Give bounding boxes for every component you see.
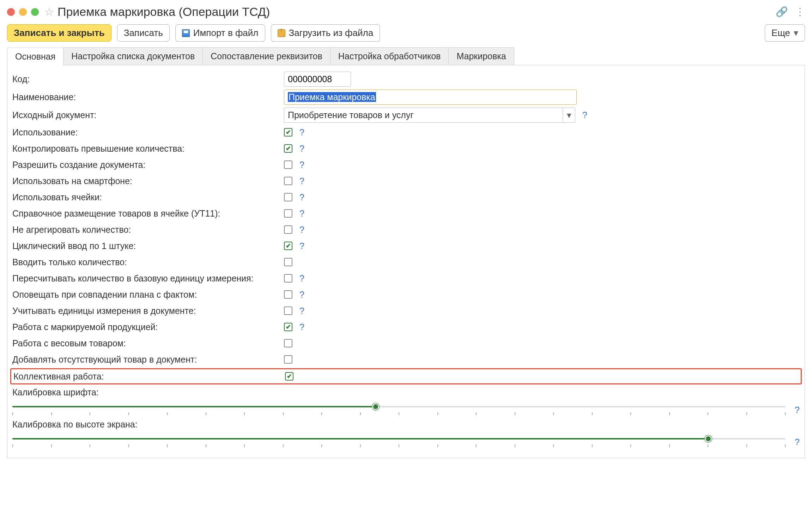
close-window-icon[interactable]: [7, 8, 15, 16]
check-label: Справочное размещение товаров в ячейке (…: [12, 208, 284, 219]
tab-2[interactable]: Сопоставление реквизитов: [202, 47, 331, 65]
toolbar: Записать и закрыть Записать Импорт в фай…: [7, 24, 805, 47]
help-icon[interactable]: ?: [299, 241, 304, 251]
more-label: Еще: [771, 28, 790, 38]
slider-thumb[interactable]: [705, 435, 712, 442]
check-row-15: Коллективная работа:: [10, 368, 802, 384]
load-from-file-label: Загрузить из файла: [289, 28, 374, 38]
minimize-window-icon[interactable]: [19, 8, 27, 16]
checkbox[interactable]: [284, 355, 292, 364]
checkbox[interactable]: [284, 144, 292, 153]
check-row-9: Пересчитывать количество в базовую едини…: [12, 270, 800, 286]
check-row-2: Разрешить создание документа:?: [12, 157, 800, 173]
export-to-file-label: Импорт в файл: [193, 28, 259, 38]
save-button[interactable]: Записать: [117, 24, 170, 42]
source-doc-select[interactable]: Приобретение товаров и услуг ▾: [284, 108, 575, 123]
help-icon[interactable]: ?: [582, 110, 587, 120]
source-doc-label: Исходный документ:: [12, 110, 284, 120]
code-input[interactable]: [284, 72, 351, 87]
checkbox[interactable]: [284, 177, 292, 185]
name-input-selection: Приемка маркировка: [288, 92, 376, 102]
checkbox[interactable]: [285, 372, 293, 381]
help-icon[interactable]: ?: [299, 273, 304, 284]
help-icon[interactable]: ?: [299, 322, 304, 332]
load-from-file-button[interactable]: Загрузить из файла: [271, 24, 380, 42]
tab-4[interactable]: Маркировка: [448, 47, 514, 65]
name-label: Наименование:: [12, 92, 284, 102]
more-button[interactable]: Еще ▾: [765, 24, 805, 42]
check-row-4: Использовать ячейки:?: [12, 189, 800, 205]
tab-1[interactable]: Настройка списка документов: [63, 47, 203, 65]
check-row-11: Учитывать единицы измерения в документе:…: [12, 303, 800, 319]
check-label: Работа с весовым товаром:: [12, 338, 284, 348]
export-to-file-button[interactable]: Импорт в файл: [175, 24, 265, 42]
checkbox[interactable]: [284, 128, 292, 136]
help-icon[interactable]: ?: [299, 208, 304, 219]
help-icon[interactable]: ?: [299, 225, 304, 235]
checkbox[interactable]: [284, 258, 292, 266]
help-icon[interactable]: ?: [299, 127, 304, 138]
checkbox[interactable]: [284, 225, 292, 234]
source-doc-value: Приобретение товаров и услуг: [284, 108, 563, 123]
checkbox[interactable]: [284, 274, 292, 283]
checkbox[interactable]: [284, 323, 292, 331]
check-row-7: Циклический ввод по 1 штуке:?: [12, 238, 800, 254]
check-row-0: Использование:?: [12, 124, 800, 140]
checkbox[interactable]: [284, 160, 292, 169]
checkbox[interactable]: [284, 193, 292, 201]
check-row-14: Добавлять отсутствующий товар в документ…: [12, 351, 800, 368]
window-header: ☆ Приемка маркировка (Операции ТСД) 🔗 ⋮: [7, 4, 805, 24]
checkbox[interactable]: [284, 290, 292, 299]
slider-fill: [12, 406, 376, 407]
checkbox[interactable]: [284, 209, 292, 218]
slider-ticks: [12, 412, 786, 415]
check-label: Использование:: [12, 127, 284, 138]
tabs: ОсновнаяНастройка списка документовСопос…: [7, 47, 805, 65]
check-label: Использовать на смартфоне:: [12, 176, 284, 186]
link-icon[interactable]: 🔗: [776, 6, 788, 18]
favorite-star-icon[interactable]: ☆: [44, 6, 54, 18]
check-row-1: Контролировать превышение количества:?: [12, 140, 800, 157]
check-label: Добавлять отсутствующий товар в документ…: [12, 354, 284, 365]
height-calibration-slider[interactable]: [12, 435, 786, 449]
check-label: Использовать ячейки:: [12, 192, 284, 202]
checkbox[interactable]: [284, 306, 292, 315]
check-row-12: Работа с маркируемой продукцией:?: [12, 319, 800, 335]
chevron-down-icon: ▾: [794, 28, 798, 38]
check-row-5: Справочное размещение товаров в ячейке (…: [12, 205, 800, 221]
traffic-lights: [7, 8, 39, 16]
checkbox[interactable]: [284, 242, 292, 250]
check-row-8: Вводить только количество:: [12, 254, 800, 270]
slider-thumb[interactable]: [372, 403, 379, 410]
height-calibration-block: Калибровка по высоте экрана: ?: [12, 417, 800, 449]
help-icon[interactable]: ?: [299, 192, 304, 202]
save-and-close-button[interactable]: Записать и закрыть: [7, 24, 111, 42]
help-icon[interactable]: ?: [299, 144, 304, 154]
check-label: Учитывать единицы измерения в документе:: [12, 306, 284, 316]
help-icon[interactable]: ?: [299, 160, 304, 170]
code-label: Код:: [12, 74, 284, 84]
check-label: Циклический ввод по 1 штуке:: [12, 241, 284, 251]
help-icon[interactable]: ?: [299, 176, 304, 186]
main-tab-pane: Код: Наименование: Приемка маркировка Ис…: [7, 65, 805, 458]
help-icon[interactable]: ?: [795, 405, 800, 415]
tab-0[interactable]: Основная: [7, 48, 63, 65]
font-calibration-slider[interactable]: [12, 402, 786, 417]
check-row-13: Работа с весовым товаром:: [12, 335, 800, 351]
check-label: Работа с маркируемой продукцией:: [12, 322, 284, 332]
check-row-3: Использовать на смартфоне:?: [12, 173, 800, 189]
tab-3[interactable]: Настройка обработчиков: [330, 47, 449, 65]
folder-up-icon: [278, 29, 285, 37]
dropdown-icon[interactable]: ▾: [563, 108, 575, 123]
help-icon[interactable]: ?: [299, 290, 304, 300]
font-calibration-label: Калибровка шрифта:: [12, 387, 99, 397]
name-input[interactable]: Приемка маркировка: [284, 90, 577, 105]
maximize-window-icon[interactable]: [31, 8, 39, 16]
slider-fill: [12, 438, 708, 439]
kebab-menu-icon[interactable]: ⋮: [795, 6, 805, 18]
checkbox[interactable]: [284, 339, 292, 347]
help-icon[interactable]: ?: [299, 306, 304, 316]
check-row-6: Не агрегировать количество:?: [12, 221, 800, 238]
help-icon[interactable]: ?: [795, 437, 800, 447]
check-label: Не агрегировать количество:: [12, 225, 284, 235]
